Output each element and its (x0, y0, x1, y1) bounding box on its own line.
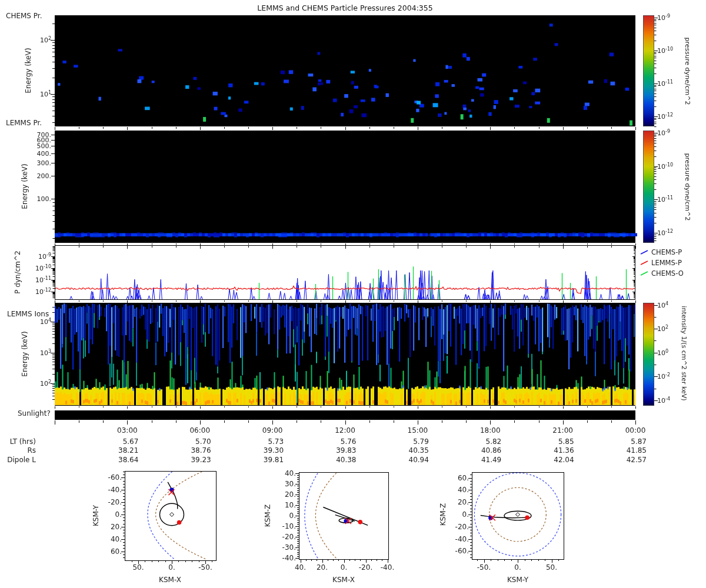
eph-value: 40.86 (481, 447, 501, 454)
time-tick-label: 15:00 (408, 427, 428, 434)
cbar1-tick-label: 10-9 (657, 14, 670, 22)
time-tick-label: 06:00 (189, 427, 210, 434)
p3-y-tick-label: 10-12 (35, 288, 51, 296)
orbit-x-tick-label: 0. (341, 564, 347, 571)
eph-value: 5.70 (195, 438, 211, 445)
colorbar1-title: pressure dyne/cm^2 (684, 38, 691, 105)
orbit-y-tick-label: 20. (458, 499, 469, 506)
p2-y-tick-label: 200. (37, 173, 52, 179)
orbit-x-tick-label: 20. (317, 564, 328, 571)
time-tick-label: 03:00 (117, 427, 138, 434)
p4-y-axis-title: Energy (keV) (21, 331, 29, 376)
orbit-y-tick-label: 0. (289, 512, 296, 519)
orbit-x-tick-label: -20. (359, 564, 372, 571)
orbit-y-tick-label: 10. (285, 502, 296, 509)
orbit-x-tick-label: -40. (381, 564, 394, 571)
eph-value: 39.23 (191, 456, 211, 463)
orbit-y-tick-label: 0. (115, 511, 122, 518)
eph-value: 40.35 (409, 447, 429, 454)
orbit1-x-axis-title: KSM-X (159, 576, 181, 584)
orbit-x-tick-label: 50. (546, 564, 557, 571)
orbit-y-tick-label: -20. (282, 533, 296, 540)
colorbar2-title: pressure dyne/cm^2 (684, 153, 691, 221)
eph-row-label-lt: LT (hrs) (0, 437, 36, 446)
eph-value: 39.83 (336, 447, 356, 454)
orbit-y-tick-label: 40. (458, 486, 469, 493)
eph-value: 42.57 (627, 456, 647, 463)
p3-y-tick-label: 10-11 (35, 276, 51, 284)
orbit-y-tick-label: -30. (282, 544, 296, 551)
p1-y-axis-title: Energy (keV) (24, 48, 32, 93)
orbit1-y-axis-title: KSM-Y (92, 505, 100, 526)
orbit-y-tick-label: -20. (455, 523, 469, 530)
legend-item-lemms-p: LEMMS-P (651, 259, 682, 267)
cbar3-tick-label: 102 (657, 325, 668, 333)
time-tick-label: 12:00 (335, 427, 355, 434)
cbar3-tick-label: 10-2 (657, 373, 670, 380)
p2-y-tick-label: 100. (37, 195, 52, 202)
cbar1-tick-label: 10-11 (657, 80, 673, 88)
eph-value: 38.76 (191, 447, 211, 454)
panel-label-chems-pressure: CHEMS Pr. (6, 12, 42, 20)
orbit-y-tick-label: -40. (455, 536, 469, 543)
legend-item-chems-p: CHEMS-P (651, 248, 682, 256)
orbit2-y-axis-title: KSM-Z (264, 505, 272, 527)
orbit-y-tick-label: 60. (111, 548, 122, 555)
panel-label-lemms-pressure: LEMMS Pr. (6, 119, 42, 127)
figure-canvas (0, 0, 706, 588)
eph-row-label-rs: Rs (0, 446, 36, 455)
eph-value: 5.79 (413, 438, 429, 445)
p2-y-tick-label: 300. (37, 159, 52, 166)
p1-y-tick-label: 101 (40, 91, 51, 98)
legend-item-chems-o: CHEMS-O (651, 269, 684, 278)
p2-y-tick-label: 400. (37, 150, 52, 156)
eph-value: 41.36 (554, 447, 574, 454)
orbit-y-tick-label: -40. (108, 486, 122, 493)
p2-y-tick-label: 500. (37, 143, 52, 149)
p4-y-tick-label: 104 (40, 318, 51, 326)
panel-label-lemms-ions: LEMMS Ions (7, 310, 49, 318)
p3-y-tick-label: 10-10 (35, 265, 51, 272)
orbit3-x-axis-title: KSM-Y (507, 576, 528, 584)
p3-y-tick-label: 10-9 (38, 253, 51, 260)
orbit-y-tick-label: 0. (462, 511, 469, 518)
eph-value: 5.67 (123, 438, 139, 445)
cbar2-tick-label: 10-11 (657, 196, 673, 203)
eph-value: 40.38 (336, 456, 356, 463)
eph-value: 42.04 (554, 456, 574, 463)
cbar2-tick-label: 10-10 (657, 162, 673, 170)
eph-value: 5.73 (268, 438, 284, 445)
orbit-y-tick-label: -40. (282, 554, 296, 562)
orbit-x-tick-label: -50. (198, 564, 212, 571)
orbit-x-tick-label: 0. (514, 564, 521, 571)
cbar3-tick-label: 104 (657, 301, 668, 309)
orbit3-y-axis-title: KSM-Z (439, 503, 447, 526)
cbar1-tick-label: 10-10 (657, 47, 673, 55)
orbit-x-tick-label: 50. (132, 564, 144, 571)
orbit-y-tick-label: 20. (285, 491, 296, 498)
cbar3-tick-label: 100 (657, 349, 668, 356)
eph-value: 39.81 (264, 456, 284, 463)
figure: 50.0.-50.-60.-40.-20.0.20.40.60.40.20.0.… (0, 0, 706, 588)
orbit-y-tick-label: -20. (108, 499, 122, 506)
eph-value: 5.87 (631, 438, 647, 445)
eph-value: 41.85 (627, 447, 647, 454)
p1-y-tick-label: 102 (40, 36, 51, 44)
orbit-y-tick-label: 40. (111, 536, 122, 543)
orbit-y-tick-label: 30. (285, 480, 296, 487)
orbit-x-tick-label: 0. (168, 564, 175, 571)
p4-y-tick-label: 102 (40, 380, 51, 387)
p2-y-axis-title: Energy (keV) (21, 163, 29, 209)
orbit-x-tick-label: -50. (477, 564, 491, 571)
p4-y-tick-label: 103 (40, 349, 51, 356)
cbar2-tick-label: 10-9 (657, 129, 670, 137)
time-tick-label: 00:00 (625, 427, 646, 434)
time-tick-label: 21:00 (552, 427, 573, 434)
cbar2-tick-label: 10-12 (657, 229, 673, 237)
orbit-y-tick-label: 60. (458, 475, 469, 482)
cbar3-tick-label: 10-4 (657, 397, 670, 405)
eph-value: 5.76 (341, 438, 357, 445)
eph-value: 39.30 (264, 447, 284, 454)
eph-value: 5.85 (558, 438, 574, 445)
orbit-x-tick-label: 40. (295, 564, 306, 571)
